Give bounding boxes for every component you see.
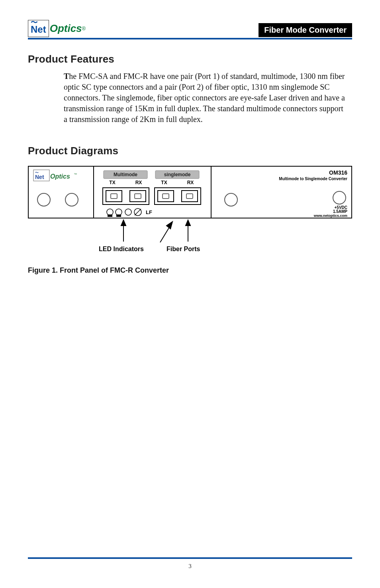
- footer-divider: [28, 557, 352, 559]
- front-panel-diagram: 〜 Net Optics ™ Multimode TX RX singlemod…: [28, 166, 352, 259]
- singlemode-label: singlemode: [164, 172, 191, 177]
- features-text: he FMC-SA and FMC-R have one pair (Port …: [64, 72, 345, 124]
- brand-url: www.netoptics.com: [313, 214, 347, 218]
- tilde-icon: 〜: [31, 21, 46, 24]
- svg-rect-9: [111, 194, 117, 199]
- sc-port-icon: [106, 191, 122, 202]
- logo-net: Net: [31, 24, 46, 35]
- page-header: 〜 Net Optics ® Fiber Mode Converter: [28, 20, 352, 37]
- rx-label-2: RX: [187, 180, 194, 185]
- svg-point-16: [107, 209, 113, 215]
- svg-rect-19: [116, 214, 121, 217]
- svg-text:™: ™: [74, 173, 77, 176]
- svg-marker-24: [121, 220, 126, 226]
- page-number: 3: [28, 563, 352, 570]
- rx-label: RX: [135, 180, 142, 185]
- lf-label: LF: [146, 209, 152, 215]
- svg-marker-28: [186, 220, 190, 226]
- tx-label-2: TX: [161, 180, 167, 185]
- svg-rect-15: [186, 194, 193, 199]
- sc-port-icon: [158, 191, 174, 202]
- tx-label: TX: [109, 180, 115, 185]
- svg-text:Net: Net: [35, 174, 44, 180]
- model-subtitle: Multimode to Singlemode Converter: [279, 177, 347, 181]
- features-dropcap: T: [64, 72, 69, 81]
- header-divider: [28, 38, 352, 39]
- callout-fiber: Fiber Ports: [166, 246, 200, 252]
- sc-port-icon: [182, 191, 198, 202]
- header-badge: Fiber Mode Converter: [259, 23, 352, 37]
- features-body: The FMC-SA and FMC-R have one pair (Port…: [64, 71, 348, 125]
- logo-optics: Optics: [50, 22, 82, 35]
- screw-icon: [65, 193, 78, 206]
- brand-logo: 〜 Net Optics ®: [28, 20, 86, 37]
- svg-marker-26: [166, 222, 172, 229]
- model-label: OM316: [329, 169, 347, 176]
- svg-text:Optics: Optics: [50, 173, 70, 180]
- svg-rect-13: [163, 194, 169, 199]
- figure-caption: Figure 1. Front Panel of FMC-R Converter: [28, 266, 352, 275]
- multimode-label: Multimode: [114, 172, 137, 177]
- page-footer: 3: [28, 557, 352, 570]
- svg-point-20: [125, 209, 131, 215]
- panel-svg: 〜 Net Optics ™ Multimode TX RX singlemod…: [28, 166, 352, 258]
- sc-port-icon: [130, 191, 146, 202]
- power-spec-2: 1.5AMP: [333, 209, 347, 214]
- callout-led: LED Indicators: [99, 246, 144, 252]
- features-heading: Product Features: [28, 53, 352, 65]
- figure-number: Figure 1.: [28, 266, 60, 274]
- screw-icon: [37, 193, 50, 206]
- diagrams-heading: Product Diagrams: [28, 145, 352, 157]
- figure-title: Front Panel of FMC-R Converter: [60, 266, 169, 274]
- svg-point-18: [116, 209, 122, 215]
- svg-rect-11: [135, 194, 141, 199]
- svg-rect-17: [108, 214, 112, 217]
- callout-arrows: [121, 220, 190, 242]
- screw-icon: [225, 193, 237, 206]
- logo-registered: ®: [82, 26, 86, 31]
- logo-box: 〜 Net: [28, 20, 49, 37]
- power-jack-icon: [333, 191, 346, 204]
